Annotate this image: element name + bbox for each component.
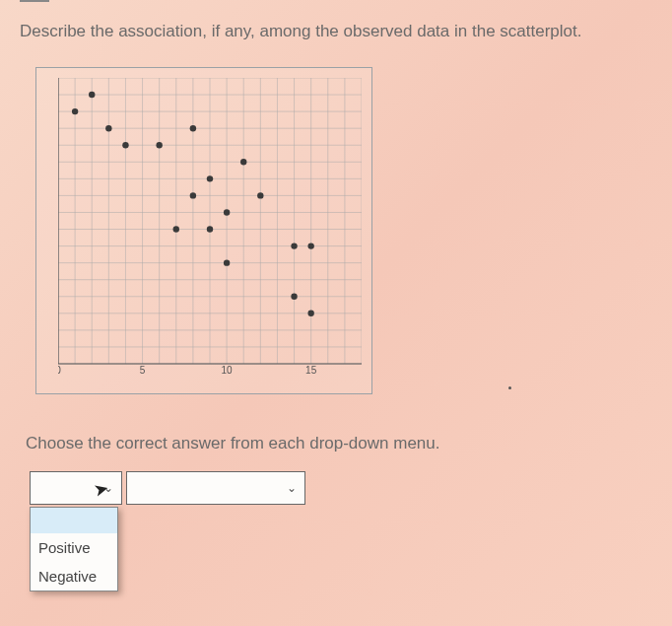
svg-point-53	[190, 192, 196, 198]
svg-point-59	[224, 259, 230, 265]
dropdown-option-positive[interactable]: Positive	[31, 533, 117, 562]
svg-text:15: 15	[305, 365, 317, 374]
chevron-down-icon: ⌄	[287, 481, 297, 495]
svg-point-54	[207, 226, 213, 232]
chevron-down-icon: ⌄	[103, 481, 113, 495]
svg-point-47	[89, 92, 95, 98]
svg-point-55	[207, 175, 213, 181]
dropdown-options-list: Positive Negative	[30, 507, 118, 591]
dropdown-option-negative[interactable]: Negative	[31, 562, 117, 591]
svg-point-48	[105, 125, 111, 131]
svg-point-52	[173, 226, 179, 232]
svg-point-61	[307, 243, 313, 248]
divider	[20, 0, 49, 2]
svg-text:5: 5	[140, 365, 146, 374]
svg-point-63	[307, 311, 313, 316]
scatterplot-svg: 051015 51015	[58, 78, 362, 374]
svg-point-50	[156, 142, 162, 148]
instruction-text: Choose the correct answer from each drop…	[26, 434, 439, 453]
svg-point-57	[240, 159, 246, 165]
speck	[508, 386, 511, 389]
svg-text:0: 0	[58, 365, 61, 374]
svg-point-49	[122, 142, 128, 148]
svg-point-51	[190, 125, 196, 131]
svg-point-46	[72, 108, 78, 114]
dropdown-option-blank[interactable]	[31, 508, 117, 533]
svg-point-56	[224, 209, 230, 215]
grid-lines	[58, 78, 362, 364]
dropdown-association-sign[interactable]: ➤ ⌄	[30, 471, 122, 505]
svg-point-62	[291, 294, 297, 300]
dropdown-row: ➤ ⌄ ⌄	[30, 471, 305, 505]
dropdown-association-strength[interactable]: ⌄	[126, 471, 305, 505]
question-text: Describe the association, if any, among …	[20, 22, 581, 41]
svg-point-60	[291, 243, 297, 248]
x-tick-labels: 051015	[58, 365, 317, 374]
svg-text:10: 10	[222, 365, 234, 374]
scatterplot-chart: 051015 51015	[35, 67, 372, 394]
svg-point-58	[257, 192, 263, 198]
